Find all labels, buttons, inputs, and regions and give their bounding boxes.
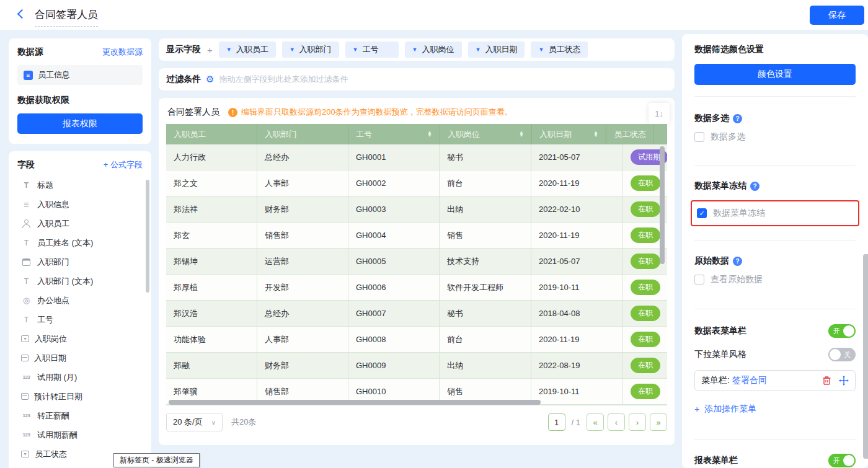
cell-post: 前台: [440, 170, 531, 196]
sort-tool-button[interactable]: 1↓: [649, 103, 670, 124]
pager-button[interactable]: «: [587, 413, 604, 431]
page-size-select[interactable]: 20 条/页 ∨: [166, 413, 223, 431]
field-item[interactable]: 标题: [17, 175, 143, 195]
sort-arrows-icon[interactable]: ▲▼: [593, 131, 598, 138]
cell-status: 在职: [623, 327, 667, 353]
table-header-cell[interactable]: 入职日期 ▲▼: [532, 124, 606, 144]
field-type-icon: [21, 413, 32, 418]
table-horizontal-scrollbar[interactable]: [169, 400, 541, 405]
help-icon[interactable]: ?: [750, 182, 760, 191]
field-item[interactable]: 试用期 (月): [17, 368, 143, 387]
column-label: 入职部门: [265, 129, 297, 140]
table-vertical-scrollbar[interactable]: [660, 146, 665, 264]
field-item[interactable]: 员工姓名 (文本): [17, 233, 143, 252]
browser-tooltip: 新标签页 - 极速浏览器: [113, 453, 200, 467]
column-label: 入职员工: [174, 129, 206, 140]
status-badge: 在职: [631, 306, 660, 321]
display-field-chip[interactable]: ▼ 入职岗位: [405, 42, 462, 58]
pager-button[interactable]: »: [650, 413, 667, 431]
datasource-item[interactable]: ≡ 员工信息: [17, 65, 143, 85]
move-icon[interactable]: [839, 376, 849, 386]
page-scrollbar[interactable]: [863, 254, 868, 459]
table-row: 郑玄 销售部 GH0004 销售 2020-11-19 在职: [166, 223, 667, 249]
page-size-value: 20 条/页: [173, 417, 203, 428]
status-badge: 在职: [631, 358, 660, 373]
field-type-icon: [21, 374, 32, 380]
display-field-chip[interactable]: ▼ 员工状态: [531, 42, 588, 58]
field-item[interactable]: 入职信息: [17, 195, 143, 214]
field-item[interactable]: 入职员工: [17, 214, 143, 233]
top-bar: 合同签署人员 保存: [0, 0, 868, 30]
fields-scrollbar[interactable]: [146, 180, 149, 293]
display-field-chip[interactable]: ▼ 工号: [345, 42, 399, 58]
table-header-cell[interactable]: 工号 ▲▼: [348, 124, 440, 144]
report-menu-toggle[interactable]: 开: [828, 454, 856, 467]
cell-dept: 销售部: [257, 223, 348, 249]
change-datasource-link[interactable]: 更改数据源: [102, 46, 143, 58]
dropdown-style-toggle[interactable]: 关: [828, 348, 856, 361]
menu-bar-value-link[interactable]: 签署合同: [732, 375, 767, 386]
field-item[interactable]: 试用期薪酬: [17, 425, 143, 444]
cell-name: 郑厚植: [166, 275, 257, 301]
sort-arrows-icon[interactable]: ▲▼: [427, 131, 432, 138]
display-field-chip[interactable]: ▼ 入职部门: [282, 42, 339, 58]
table-header-cell[interactable]: 入职员工 ▲▼: [166, 124, 257, 144]
plus-icon: +: [694, 404, 699, 414]
cell-date: 2022-02-10: [531, 196, 623, 223]
field-item[interactable]: 预计转正日期: [17, 387, 143, 406]
dropdown-style-row: 下拉菜单风格 关: [694, 348, 856, 361]
save-button[interactable]: 保存: [810, 6, 864, 25]
field-item-label: 标题: [37, 180, 53, 191]
raw-data-row: 查看原始数据: [694, 274, 856, 285]
field-item-label: 入职日期: [34, 353, 66, 364]
table-header-cell[interactable]: 员工状态 ▲▼: [606, 124, 654, 144]
field-item[interactable]: 工号: [17, 310, 143, 329]
field-item-label: 入职信息: [37, 199, 69, 210]
cell-id: GH0008: [348, 327, 440, 353]
field-item[interactable]: 入职岗位: [17, 329, 143, 348]
add-action-menu-link[interactable]: + 添加操作菜单: [694, 404, 756, 415]
field-type-icon: [21, 393, 29, 400]
cell-name: 郑汉浩: [166, 301, 257, 327]
filter-placeholder: 拖动左侧字段到此处来添加过滤条件: [219, 74, 348, 85]
display-field-chip[interactable]: ▼ 入职日期: [468, 42, 525, 58]
pager-button[interactable]: ›: [629, 413, 646, 431]
field-item[interactable]: 入职部门 (文本): [17, 272, 143, 291]
display-fields-bar: 显示字段 + ▼ 入职员工 ▼ 入职部门 ▼ 工号: [159, 38, 675, 61]
report-permission-button[interactable]: 报表权限: [17, 113, 143, 134]
field-item[interactable]: 入职部门: [17, 252, 143, 272]
chevron-down-icon: ▼: [353, 46, 358, 53]
cell-id: GH0005: [348, 249, 440, 275]
field-item[interactable]: 转正薪酬: [17, 406, 143, 425]
table-menu-toggle[interactable]: 开: [828, 324, 856, 338]
menu-freeze-checkbox[interactable]: [697, 208, 707, 218]
chip-label: 工号: [363, 44, 379, 55]
preview-notice-text: 编辑界面只取数据源前200条作为查询数据预览，完整数据请访问页面查看。: [241, 107, 513, 118]
table-header-cell[interactable]: 入职部门 ▲▼: [257, 124, 348, 144]
sort-arrows-icon[interactable]: ▲▼: [519, 131, 524, 138]
pager-button[interactable]: ‹: [608, 413, 625, 431]
help-icon[interactable]: ?: [733, 257, 742, 266]
column-label: 入职岗位: [448, 129, 480, 140]
chevron-down-icon: ▼: [538, 46, 544, 53]
field-type-icon: [21, 335, 29, 342]
cell-date: 2022-08-19: [531, 353, 623, 379]
add-formula-field-link[interactable]: + 公式字段: [104, 159, 143, 170]
dropdown-style-title: 下拉菜单风格: [694, 349, 746, 360]
field-item[interactable]: 办公地点: [17, 291, 143, 310]
multi-select-checkbox[interactable]: [694, 132, 704, 142]
field-item[interactable]: 入职日期: [17, 348, 143, 368]
color-setting-button[interactable]: 颜色设置: [694, 64, 856, 85]
raw-data-checkbox[interactable]: [694, 275, 704, 285]
table-header-cell[interactable]: 入职岗位 ▲▼: [440, 124, 532, 144]
gear-icon[interactable]: ⚙: [206, 74, 214, 85]
cell-name: 郑锡坤: [166, 249, 257, 275]
cell-dept: 财务部: [257, 196, 348, 223]
trash-icon[interactable]: [822, 376, 831, 386]
add-display-field-button[interactable]: +: [207, 45, 213, 55]
help-icon[interactable]: ?: [733, 114, 742, 123]
display-field-chip[interactable]: ▼ 入职员工: [219, 42, 276, 58]
back-icon[interactable]: [17, 9, 27, 19]
field-item-label: 试用期薪酬: [37, 430, 78, 441]
page-number-input[interactable]: [548, 413, 565, 431]
